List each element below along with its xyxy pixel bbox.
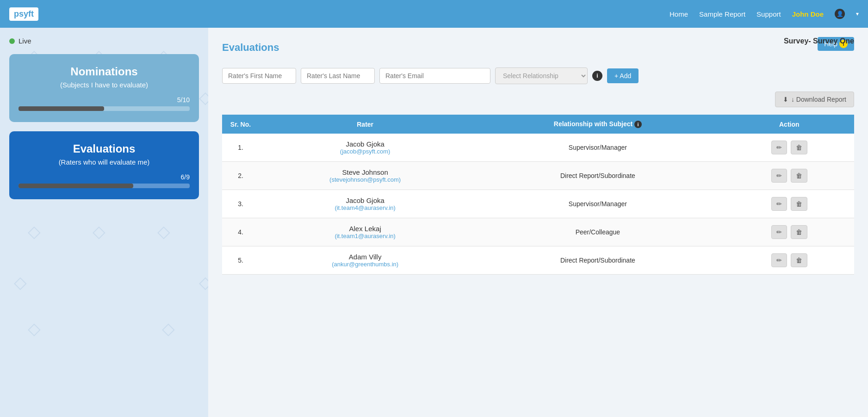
- nominations-progress-bar-fill: [19, 106, 104, 111]
- cell-sr-no: 1.: [222, 134, 259, 162]
- cell-action: ✏ 🗑: [725, 218, 854, 246]
- cell-relationship: Supervisor/Manager: [471, 134, 724, 162]
- cell-rater: Alex Lekaj (it.team1@auraserv.in): [259, 218, 471, 246]
- nav-sample-report[interactable]: Sample Report: [699, 10, 745, 18]
- download-row: ⬇ ↓ Download Report: [222, 92, 854, 107]
- cell-rater: Steve Johnson (stevejohnson@psyft.com): [259, 162, 471, 190]
- col-rater: Rater: [259, 115, 471, 134]
- rater-name: Jacob Gjoka: [267, 196, 464, 204]
- table-row: 1. Jacob Gjoka (jacob@psyft.com) Supervi…: [222, 134, 854, 162]
- nominations-title: Nominations: [19, 65, 190, 78]
- cell-sr-no: 3.: [222, 190, 259, 218]
- delete-button[interactable]: 🗑: [791, 141, 807, 154]
- rater-name: Jacob Gjoka: [267, 140, 464, 148]
- nav-home[interactable]: Home: [670, 10, 688, 18]
- nav-support[interactable]: Support: [756, 10, 781, 18]
- cell-relationship: Direct Report/Subordinate: [471, 162, 724, 190]
- evaluations-section-title: Evaluations: [222, 42, 279, 54]
- cell-rater: Adam Villy (ankur@greenthumbs.in): [259, 246, 471, 275]
- edit-button[interactable]: ✏: [771, 169, 787, 183]
- rater-email: (it.team4@auraserv.in): [267, 204, 464, 211]
- table-row: 5. Adam Villy (ankur@greenthumbs.in) Dir…: [222, 246, 854, 275]
- evaluations-progress-bar-bg: [19, 184, 190, 188]
- cell-rater: Jacob Gjoka (it.team4@auraserv.in): [259, 190, 471, 218]
- edit-button[interactable]: ✏: [771, 253, 787, 267]
- cell-sr-no: 2.: [222, 162, 259, 190]
- rater-name: Steve Johnson: [267, 168, 464, 176]
- table-row: 4. Alex Lekaj (it.team1@auraserv.in) Pee…: [222, 218, 854, 246]
- nominations-progress-bar-bg: [19, 106, 190, 111]
- edit-button[interactable]: ✏: [771, 141, 787, 154]
- rater-email: (ankur@greenthumbs.in): [267, 261, 464, 268]
- rater-name: Alex Lekaj: [267, 225, 464, 233]
- nominations-subtitle: (Subjects I have to evaluate): [19, 81, 190, 89]
- rater-form-row: Select Relationship Supervisor/Manager D…: [222, 67, 854, 84]
- cell-action: ✏ 🗑: [725, 246, 854, 275]
- card-arrow-icon: [192, 159, 199, 172]
- evaluations-card-subtitle: (Raters who will evaluate me): [19, 158, 190, 166]
- table-row: 2. Steve Johnson (stevejohnson@psyft.com…: [222, 162, 854, 190]
- live-label: Live: [19, 37, 31, 45]
- delete-button[interactable]: 🗑: [791, 253, 807, 267]
- download-report-button[interactable]: ⬇ ↓ Download Report: [775, 92, 854, 107]
- cell-relationship: Peer/Colleague: [471, 218, 724, 246]
- col-sr-no: Sr. No.: [222, 115, 259, 134]
- main-content: Survey- Survey One Evaluations Help i Se…: [208, 28, 868, 417]
- chevron-down-icon[interactable]: ▾: [856, 11, 859, 17]
- rater-name: Adam Villy: [267, 253, 464, 261]
- download-label: ↓ Download Report: [791, 96, 846, 103]
- add-button[interactable]: + Add: [607, 68, 639, 83]
- cell-action: ✏ 🗑: [725, 134, 854, 162]
- table-row: 3. Jacob Gjoka (it.team4@auraserv.in) Su…: [222, 190, 854, 218]
- nominations-card[interactable]: Nominations (Subjects I have to evaluate…: [9, 54, 199, 122]
- relationship-select[interactable]: Select Relationship Supervisor/Manager D…: [495, 67, 588, 84]
- add-label: + Add: [614, 72, 631, 80]
- cell-relationship: Direct Report/Subordinate: [471, 246, 724, 275]
- evaluations-card[interactable]: Evaluations (Raters who will evaluate me…: [9, 131, 199, 199]
- evaluations-card-title: Evaluations: [19, 142, 190, 155]
- evaluations-progress-bar-fill: [19, 184, 133, 188]
- delete-button[interactable]: 🗑: [791, 197, 807, 211]
- user-name[interactable]: John Doe: [792, 10, 824, 18]
- user-icon: 👤: [835, 9, 845, 19]
- logo: psyft: [9, 7, 38, 21]
- live-indicator: Live: [9, 37, 199, 45]
- survey-title: Survey- Survey One: [784, 37, 854, 45]
- delete-button[interactable]: 🗑: [791, 169, 807, 183]
- cell-rater: Jacob Gjoka (jacob@psyft.com): [259, 134, 471, 162]
- delete-button[interactable]: 🗑: [791, 225, 807, 239]
- nav: Home Sample Report Support John Doe 👤 ▾: [670, 9, 859, 19]
- rater-first-name-input[interactable]: [222, 68, 296, 84]
- edit-button[interactable]: ✏: [771, 225, 787, 239]
- sidebar: ◇ ◇ ◇ ◇ ◇ ◇ ◇ ◇ ◇ ◇ ◇ ◇ ◇ ◇ ◇ Live Nomin…: [0, 28, 208, 417]
- rater-email: (stevejohnson@psyft.com): [267, 176, 464, 183]
- cell-sr-no: 4.: [222, 218, 259, 246]
- content-area: ◇ ◇ ◇ ◇ ◇ ◇ ◇ ◇ ◇ ◇ ◇ ◇ ◇ ◇ ◇ Live Nomin…: [0, 28, 868, 417]
- cell-action: ✏ 🗑: [725, 190, 854, 218]
- nominations-progress-label: 5/10: [19, 96, 190, 104]
- evaluations-progress-label: 6/9: [19, 173, 190, 181]
- cell-sr-no: 5.: [222, 246, 259, 275]
- rater-last-name-input[interactable]: [301, 68, 375, 84]
- edit-button[interactable]: ✏: [771, 197, 787, 211]
- table-body: 1. Jacob Gjoka (jacob@psyft.com) Supervi…: [222, 134, 854, 275]
- rater-email: (it.team1@auraserv.in): [267, 233, 464, 239]
- rater-email: (jacob@psyft.com): [267, 148, 464, 155]
- rater-email-input[interactable]: [379, 68, 490, 84]
- info-icon[interactable]: i: [592, 71, 602, 81]
- evaluations-header: Evaluations Help i: [222, 37, 854, 63]
- download-icon: ⬇: [783, 96, 788, 103]
- evaluations-table: Sr. No. Rater Relationship with Subject …: [222, 115, 854, 275]
- header: psyft Home Sample Report Support John Do…: [0, 0, 868, 28]
- col-relationship-info-icon[interactable]: i: [634, 121, 642, 128]
- cell-action: ✏ 🗑: [725, 162, 854, 190]
- table-header: Sr. No. Rater Relationship with Subject …: [222, 115, 854, 134]
- live-dot: [9, 38, 15, 44]
- col-relationship: Relationship with Subject i: [471, 115, 724, 134]
- cell-relationship: Supervisor/Manager: [471, 190, 724, 218]
- col-action: Action: [725, 115, 854, 134]
